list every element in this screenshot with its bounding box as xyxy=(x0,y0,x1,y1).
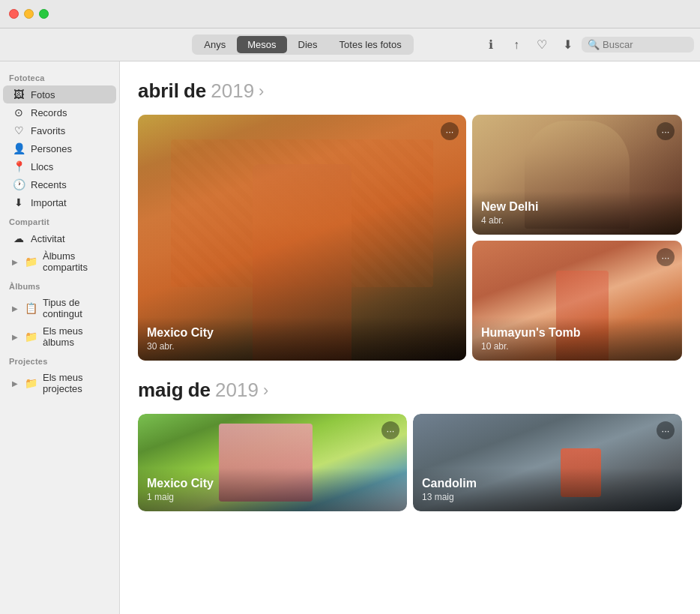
photo-card-mexico-city-may[interactable]: ··· Mexico City 1 maig xyxy=(138,414,407,511)
sidebar-item-label: Recents xyxy=(31,179,67,190)
photo-title: Candolim xyxy=(422,477,673,490)
sidebar-item-label: Àlbums compartits xyxy=(43,250,107,273)
places-icon: 📍 xyxy=(12,160,25,172)
sidebar-item-fotos[interactable]: 🖼 Fotos xyxy=(3,85,116,103)
sidebar-item-records[interactable]: ⊙ Records xyxy=(3,103,116,121)
photo-card-mexico-city-apr[interactable]: ··· Mexico City 30 abr. xyxy=(138,115,466,361)
minimize-button[interactable] xyxy=(24,9,34,19)
sidebar-item-label: Els meus projectes xyxy=(43,372,107,394)
maig-photo-grid: ··· Mexico City 1 maig ··· Candolim 13 m… xyxy=(138,414,682,511)
chevron-right-icon: ▶ xyxy=(12,304,18,313)
traffic-lights xyxy=(9,9,49,19)
sidebar-item-importat[interactable]: ⬇ Importat xyxy=(3,193,116,211)
sidebar-item-label: Favorits xyxy=(31,125,65,136)
section-preposition: de xyxy=(188,379,211,402)
section-chevron-icon[interactable]: › xyxy=(263,381,268,400)
tab-dies[interactable]: Dies xyxy=(288,36,328,53)
photo-overlay: Mexico City 30 abr. xyxy=(138,317,466,361)
chevron-right-icon: ▶ xyxy=(12,258,18,266)
chevron-right-icon: ▶ xyxy=(12,379,18,388)
cloud-icon: ☁ xyxy=(12,232,25,244)
projects-icon: 📁 xyxy=(25,377,37,389)
sidebar-item-label: Fotos xyxy=(31,89,55,100)
share-icon: ↑ xyxy=(513,38,519,52)
more-options-button[interactable]: ··· xyxy=(657,248,675,266)
section-header-maig: maig de 2019 › xyxy=(138,379,682,402)
photo-title: Mexico City xyxy=(147,326,457,340)
content-area: abril de 2019 › ··· Mexico City 30 abr. xyxy=(120,61,700,614)
photo-overlay: New Delhi 4 abr. xyxy=(472,191,682,235)
sidebar-item-albums-compartits[interactable]: ▶ 📁 Àlbums compartits xyxy=(3,247,116,276)
share-button[interactable]: ↑ xyxy=(505,34,528,56)
sidebar-item-label: Els meus àlbums xyxy=(43,325,107,348)
favorite-button[interactable]: ♡ xyxy=(531,34,553,56)
sidebar-item-activitat[interactable]: ☁ Activitat xyxy=(3,229,116,247)
recent-icon: 🕐 xyxy=(12,178,25,190)
sidebar-item-favorits[interactable]: ♡ Favorits xyxy=(3,121,116,139)
more-options-button[interactable]: ··· xyxy=(441,122,459,140)
section-month: maig xyxy=(138,379,184,402)
shared-album-icon: 📁 xyxy=(25,256,37,268)
more-options-button[interactable]: ··· xyxy=(381,421,399,439)
import-icon: ⬇ xyxy=(12,196,25,208)
photos-icon: 🖼 xyxy=(12,88,25,100)
tab-mesos[interactable]: Mesos xyxy=(237,36,286,53)
tab-totes[interactable]: Totes les fotos xyxy=(329,36,412,53)
chevron-right-icon: ▶ xyxy=(12,333,18,341)
photo-date: 1 maig xyxy=(147,492,398,502)
section-preposition: de xyxy=(184,79,206,103)
sidebar-section-compartit: Compartit xyxy=(0,211,119,229)
close-button[interactable] xyxy=(9,9,19,19)
photo-card-new-delhi[interactable]: ··· New Delhi 4 abr. xyxy=(472,115,682,235)
sidebar-item-label: Persones xyxy=(31,143,72,154)
sidebar-item-label: Llocs xyxy=(31,161,53,172)
photo-overlay: Mexico City 1 maig xyxy=(138,468,407,511)
info-button[interactable]: ℹ xyxy=(480,34,502,56)
section-month: abril xyxy=(138,79,179,103)
photo-title: Mexico City xyxy=(147,477,398,490)
tab-anys[interactable]: Anys xyxy=(193,36,236,53)
sidebar-item-llocs[interactable]: 📍 Llocs xyxy=(3,157,116,175)
photo-title: Humayun's Tomb xyxy=(481,326,673,340)
search-box[interactable]: 🔍 xyxy=(582,37,694,52)
download-button[interactable]: ⬇ xyxy=(556,34,579,56)
photo-date: 10 abr. xyxy=(481,341,673,352)
view-tabs: Anys Mesos Dies Totes les fotos xyxy=(192,34,413,55)
sidebar-item-projectes[interactable]: ▶ 📁 Els meus projectes xyxy=(3,369,116,397)
photo-card-humayun-tomb[interactable]: ··· Humayun's Tomb 10 abr. xyxy=(472,241,682,361)
sidebar-item-label: Records xyxy=(31,107,67,118)
sidebar-item-persones[interactable]: 👤 Persones xyxy=(3,139,116,157)
heart-icon: ♡ xyxy=(537,37,547,52)
photo-overlay: Candolim 13 maig xyxy=(413,468,682,511)
toolbar: Anys Mesos Dies Totes les fotos ℹ ↑ ♡ ⬇ … xyxy=(0,28,700,61)
sidebar-section-projectes: Projectes xyxy=(0,351,119,369)
sidebar-item-recents[interactable]: 🕐 Recents xyxy=(3,175,116,193)
section-year: 2019 xyxy=(211,79,254,103)
sidebar-item-label: Activitat xyxy=(31,233,65,244)
abril-photo-grid: ··· Mexico City 30 abr. ··· New Delhi 4 … xyxy=(138,115,682,361)
sidebar-item-meus-albums[interactable]: ▶ 📁 Els meus àlbums xyxy=(3,322,116,351)
section-chevron-icon[interactable]: › xyxy=(259,82,264,101)
search-icon: 🔍 xyxy=(588,39,600,50)
photo-card-candolim[interactable]: ··· Candolim 13 maig xyxy=(413,414,682,511)
maximize-button[interactable] xyxy=(39,9,49,19)
more-options-button[interactable]: ··· xyxy=(657,122,675,140)
search-input[interactable] xyxy=(603,39,688,50)
photo-overlay: Humayun's Tomb 10 abr. xyxy=(472,317,682,361)
media-type-icon: 📋 xyxy=(25,302,37,314)
sidebar-item-tipus[interactable]: ▶ 📋 Tipus de contingut xyxy=(3,294,116,322)
main-layout: Fototeca 🖼 Fotos ⊙ Records ♡ Favorits 👤 … xyxy=(0,61,700,614)
people-icon: 👤 xyxy=(12,142,25,154)
sidebar: Fototeca 🖼 Fotos ⊙ Records ♡ Favorits 👤 … xyxy=(0,61,120,614)
photo-title: New Delhi xyxy=(481,200,673,214)
sidebar-item-label: Tipus de contingut xyxy=(43,297,107,319)
info-icon: ℹ xyxy=(489,37,493,52)
download-icon: ⬇ xyxy=(563,37,573,52)
more-options-button[interactable]: ··· xyxy=(657,421,675,439)
memories-icon: ⊙ xyxy=(12,106,25,118)
sidebar-item-label: Importat xyxy=(31,197,67,208)
my-albums-icon: 📁 xyxy=(25,331,37,343)
heart-icon: ♡ xyxy=(12,124,25,136)
sidebar-section-albums: Àlbums xyxy=(0,276,119,294)
title-bar xyxy=(0,0,700,28)
